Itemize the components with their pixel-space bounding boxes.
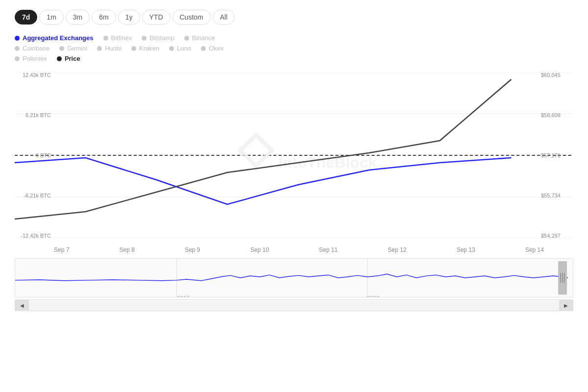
scrollbar[interactable]: ◀ ▶: [15, 299, 573, 311]
svg-rect-7: [15, 259, 573, 297]
legend-item-poloniex[interactable]: Poloniex: [15, 55, 47, 62]
main-chart: 12.43k BTC 6.21k BTC 0 BTC -6.21k BTC -1…: [15, 72, 573, 239]
x-label-sep-9: Sep 9: [185, 246, 200, 253]
x-label-sep-11: Sep 11: [319, 246, 338, 253]
mini-chart[interactable]: 2015 2020: [15, 258, 573, 297]
y-label-top-right: $60,045: [541, 72, 571, 78]
legend-item-okex[interactable]: Okex: [201, 45, 223, 52]
chart-svg: ◇ IntoTheBlock: [15, 72, 573, 239]
time-btn-custom[interactable]: Custom: [172, 10, 211, 24]
legend-dot-price: [57, 56, 62, 61]
y-label-bot-left: -12.42k BTC: [18, 233, 51, 239]
svg-text:IntoTheBlock: IntoTheBlock: [278, 154, 377, 171]
legend-label-price: Price: [65, 55, 80, 62]
legend-dot-aggregated: [15, 36, 20, 41]
legend-item-aggregated[interactable]: Aggregated Exchanges: [15, 34, 94, 42]
legend-dot-huobi: [97, 46, 102, 51]
legend-dot-bitfinex: [103, 36, 108, 41]
legend-item-price[interactable]: Price: [57, 55, 80, 62]
svg-text:◇: ◇: [237, 122, 275, 172]
time-btn-1m[interactable]: 1m: [39, 10, 63, 24]
x-label-sep-10: Sep 10: [250, 246, 269, 253]
legend-item-coinbase[interactable]: Coinbase: [15, 45, 49, 52]
time-range-selector: 7d1m3m6m1yYTDCustomAll: [15, 10, 573, 24]
chart-legend: Aggregated ExchangesBitfinexBitstampBina…: [15, 34, 573, 62]
legend-dot-okex: [201, 46, 206, 51]
legend-label-kraken: Kraken: [139, 45, 159, 52]
legend-dot-bitstamp: [142, 36, 147, 41]
legend-label-okex: Okex: [209, 45, 223, 52]
x-label-sep-14: Sep 14: [525, 246, 544, 253]
scroll-right-button[interactable]: ▶: [559, 299, 573, 311]
time-btn-1y[interactable]: 1y: [118, 10, 140, 24]
y-label-top-left: 12.43k BTC: [18, 72, 51, 78]
legend-item-huobi[interactable]: Huobi: [97, 45, 122, 52]
time-btn-6m[interactable]: 6m: [92, 10, 116, 24]
x-label-sep-12: Sep 12: [388, 246, 406, 253]
time-btn-all[interactable]: All: [213, 10, 235, 24]
scroll-track[interactable]: [29, 300, 559, 311]
y-axis-left: 12.43k BTC 6.21k BTC 0 BTC -6.21k BTC -1…: [15, 72, 54, 239]
legend-item-binance[interactable]: Binance: [184, 34, 215, 42]
legend-item-gemini[interactable]: Gemini: [59, 45, 87, 52]
legend-dot-luno: [169, 46, 174, 51]
y-axis-right: $60,045 $58,608 $57,171 $55,734 $54,297: [539, 72, 573, 239]
legend-label-huobi: Huobi: [105, 45, 122, 52]
legend-label-aggregated: Aggregated Exchanges: [23, 34, 94, 42]
legend-item-kraken[interactable]: Kraken: [131, 45, 159, 52]
legend-label-bitstamp: Bitstamp: [149, 34, 174, 42]
time-btn-ytd[interactable]: YTD: [142, 10, 171, 24]
time-btn-7d[interactable]: 7d: [15, 10, 37, 24]
y-label-4-left: -6.21k BTC: [18, 193, 51, 198]
legend-label-gemini: Gemini: [67, 45, 87, 52]
legend-dot-coinbase: [15, 46, 20, 51]
legend-dot-gemini: [59, 46, 64, 51]
x-label-sep-8: Sep 8: [120, 246, 135, 253]
scroll-left-button[interactable]: ◀: [15, 299, 29, 311]
y-label-mid-left: 0 BTC: [18, 152, 51, 158]
y-label-2-right: $58,608: [541, 112, 571, 118]
legend-label-coinbase: Coinbase: [23, 45, 49, 52]
x-label-sep-13: Sep 13: [457, 246, 475, 253]
legend-label-bitfinex: Bitfinex: [111, 34, 132, 42]
y-label-4-right: $55,734: [541, 193, 571, 198]
legend-item-bitstamp[interactable]: Bitstamp: [142, 34, 174, 42]
x-axis: Sep 7Sep 8Sep 9Sep 10Sep 11Sep 12Sep 13S…: [15, 244, 573, 256]
legend-dot-poloniex: [15, 56, 20, 61]
legend-label-binance: Binance: [192, 34, 215, 42]
y-label-mid-right: $57,171: [541, 152, 571, 158]
x-label-sep-7: Sep 7: [54, 246, 69, 253]
legend-item-luno[interactable]: Luno: [169, 45, 191, 52]
legend-label-poloniex: Poloniex: [23, 55, 47, 62]
y-label-2-left: 6.21k BTC: [18, 112, 51, 118]
legend-dot-binance: [184, 36, 189, 41]
legend-item-bitfinex[interactable]: Bitfinex: [103, 34, 132, 42]
y-label-bot-right: $54,297: [541, 233, 571, 239]
time-btn-3m[interactable]: 3m: [66, 10, 90, 24]
legend-label-luno: Luno: [177, 45, 191, 52]
legend-dot-kraken: [131, 46, 136, 51]
